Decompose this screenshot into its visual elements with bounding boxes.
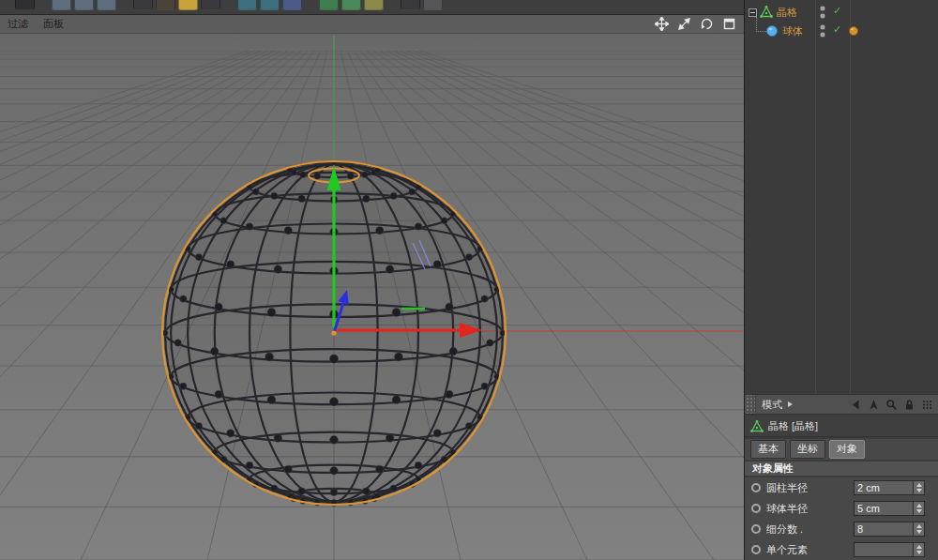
phong-tag-icon[interactable] xyxy=(848,25,859,37)
attribute-title-row: 晶格 [晶格] xyxy=(745,416,938,437)
keyframe-circle-icon[interactable] xyxy=(751,545,761,554)
toolbar-icon[interactable] xyxy=(401,0,420,10)
toolbar-icon[interactable] xyxy=(237,0,257,10)
attr-row-subdivisions: 细分数 . xyxy=(745,519,938,539)
menu-filter[interactable]: 过滤 xyxy=(8,17,28,31)
toolbar-icon[interactable] xyxy=(133,0,153,10)
toolbar-icon[interactable] xyxy=(201,0,220,10)
pan-view-icon[interactable] xyxy=(655,17,669,31)
cursor-icon[interactable] xyxy=(868,399,880,411)
toolbar-icon[interactable] xyxy=(15,0,35,10)
stepper-icon[interactable] xyxy=(913,502,924,515)
toolbar-icon[interactable] xyxy=(423,0,443,10)
toolbar-icon[interactable] xyxy=(282,0,302,10)
toolbar-icon[interactable] xyxy=(341,0,361,10)
single-element-field xyxy=(854,542,925,557)
toolbar-icon[interactable] xyxy=(74,0,94,10)
attribute-object-title: 晶格 [晶格] xyxy=(768,419,818,433)
toolbar-icon[interactable] xyxy=(52,0,71,10)
toolbar-icon[interactable] xyxy=(97,0,116,10)
mode-expand-icon[interactable] xyxy=(788,401,793,407)
enable-check-icon[interactable]: ✓ xyxy=(833,24,841,35)
visibility-dots-icon[interactable] xyxy=(819,23,826,38)
sphere-radius-input[interactable] xyxy=(855,502,913,515)
rotate-view-icon[interactable] xyxy=(700,17,714,31)
menu-panel[interactable]: 面板 xyxy=(43,17,64,31)
single-element-input[interactable] xyxy=(855,543,913,556)
toolbar-icon[interactable] xyxy=(260,0,280,10)
magnifier-icon[interactable] xyxy=(885,399,898,411)
tab-object[interactable]: 对象 xyxy=(829,440,865,459)
stepper-icon[interactable] xyxy=(913,481,924,494)
right-panel: 晶格 ✓ 球体 ✓ 模式 xyxy=(744,0,938,560)
viewport-menubar: 过滤 面板 xyxy=(0,15,744,34)
keyframe-circle-icon[interactable] xyxy=(751,483,761,492)
toolbar-icon[interactable] xyxy=(178,0,198,10)
tree-collapse-icon[interactable] xyxy=(749,8,757,17)
sphere-radius-field xyxy=(854,501,925,516)
stepper-icon[interactable] xyxy=(913,543,924,556)
toolbar-icon[interactable] xyxy=(319,0,339,10)
grid-icon[interactable] xyxy=(921,399,933,411)
sphere-icon xyxy=(765,24,779,38)
om-column-divider xyxy=(850,0,851,394)
visibility-dots-icon[interactable] xyxy=(819,5,826,20)
keyframe-circle-icon[interactable] xyxy=(751,504,761,513)
stepper-icon[interactable] xyxy=(913,522,924,536)
tab-basic[interactable]: 基本 xyxy=(750,440,786,459)
object-label: 晶格 xyxy=(777,6,797,20)
lattice-icon xyxy=(750,420,764,433)
mode-label: 模式 xyxy=(762,398,782,412)
mode-bar: 模式 xyxy=(745,394,938,415)
attr-label: 单个元素 xyxy=(766,543,854,557)
subdivisions-input[interactable] xyxy=(855,522,913,536)
keyframe-circle-icon[interactable] xyxy=(751,524,761,534)
toolbar-icon[interactable] xyxy=(156,0,175,10)
attr-row-sphere-radius: 球体半径 xyxy=(745,498,938,519)
attr-label: 细分数 . xyxy=(766,522,854,537)
attribute-tabs: 基本 坐标 对象 xyxy=(745,439,938,460)
toolbar-icon[interactable] xyxy=(364,0,384,10)
enable-check-icon[interactable]: ✓ xyxy=(833,6,841,16)
attr-label: 圆柱半径 xyxy=(766,481,854,495)
om-column-divider xyxy=(815,0,816,394)
panel-grip[interactable] xyxy=(745,395,756,414)
zoom-view-icon[interactable] xyxy=(677,17,691,31)
cylinder-radius-input[interactable] xyxy=(855,481,913,494)
back-arrow-icon[interactable] xyxy=(850,399,862,411)
gizmo-center xyxy=(331,330,336,335)
maximize-view-icon[interactable] xyxy=(722,17,736,31)
cylinder-radius-field xyxy=(854,480,925,495)
attr-label: 球体半径 xyxy=(766,502,854,516)
tab-coordinates[interactable]: 坐标 xyxy=(790,440,825,459)
object-row-lattice[interactable]: 晶格 ✓ xyxy=(745,3,938,22)
viewport-canvas[interactable] xyxy=(0,34,744,560)
attr-row-cylinder-radius: 圆柱半径 xyxy=(745,477,938,498)
main-toolbar xyxy=(0,0,744,15)
section-object-properties[interactable]: 对象属性 xyxy=(745,461,938,477)
lattice-sphere-object[interactable] xyxy=(162,161,506,506)
object-label: 球体 xyxy=(782,24,803,38)
viewport-nav xyxy=(655,17,736,31)
lock-icon[interactable] xyxy=(903,399,915,411)
object-row-sphere[interactable]: 球体 ✓ xyxy=(745,22,938,40)
attribute-rows: 圆柱半径 球体半径 细分数 . 单个元素 xyxy=(745,477,938,560)
subdivisions-field xyxy=(854,522,925,537)
attr-row-single-element: 单个元素 xyxy=(745,539,938,560)
object-manager: 晶格 ✓ 球体 ✓ xyxy=(745,0,938,394)
